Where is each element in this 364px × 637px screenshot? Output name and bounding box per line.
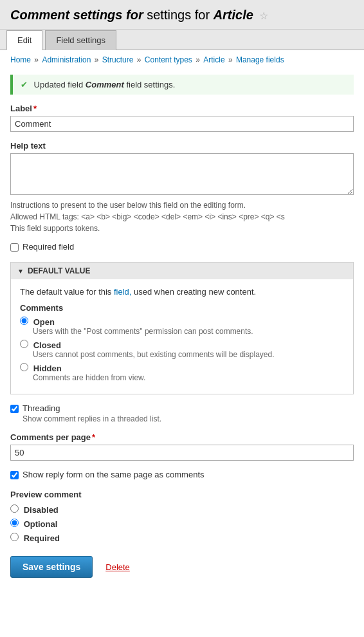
- required-field-checkbox[interactable]: [10, 243, 19, 252]
- help-text-label: Help text: [10, 141, 354, 151]
- preview-comment-label: Preview comment: [10, 490, 354, 499]
- tab-field-settings[interactable]: Field settings: [45, 30, 116, 50]
- form-area: Label* Help text Instructions to present…: [0, 104, 364, 591]
- preview-disabled-label[interactable]: Disabled: [24, 505, 59, 515]
- breadcrumb-home[interactable]: Home: [10, 55, 31, 64]
- show-reply-form-label[interactable]: Show reply form on the same page as comm…: [23, 470, 205, 479]
- label-input[interactable]: [10, 116, 354, 132]
- preview-disabled-input[interactable]: [10, 504, 19, 513]
- threading-row: Threading Show comment replies in a thre…: [10, 403, 354, 423]
- radio-closed-label[interactable]: Closed: [33, 340, 61, 350]
- action-row: Save settings Delete: [10, 556, 354, 578]
- preview-comment-section: Preview comment Disabled Optional Requir…: [10, 490, 354, 543]
- preview-optional-input[interactable]: [10, 519, 19, 527]
- comments-per-page-group: Comments per page*: [10, 432, 354, 461]
- comments-per-page-input[interactable]: [10, 445, 354, 461]
- radio-open-label[interactable]: Open: [33, 317, 55, 327]
- radio-hidden-desc: Comments are hidden from view.: [33, 373, 344, 382]
- radio-hidden-label[interactable]: Hidden: [33, 364, 62, 373]
- default-value-title: DEFAULT VALUE: [28, 266, 91, 275]
- threading-label[interactable]: Threading: [23, 403, 161, 413]
- success-message: ✔ Updated field Comment field settings.: [10, 75, 354, 95]
- breadcrumb-manage-fields[interactable]: Manage fields: [236, 55, 284, 64]
- preview-disabled: Disabled: [10, 504, 354, 515]
- default-value-section: ▼ DEFAULT VALUE The default value for th…: [10, 262, 354, 394]
- star-icon[interactable]: ☆: [259, 10, 268, 21]
- default-value-desc: The default value for this field, used w…: [20, 287, 344, 297]
- page-title: Comment settings for settings for Articl…: [10, 8, 354, 23]
- radio-closed: Closed Users cannot post comments, but e…: [20, 340, 344, 359]
- radio-open-input[interactable]: [20, 317, 28, 325]
- show-reply-form-checkbox[interactable]: [10, 471, 19, 479]
- comments-per-page-label: Comments per page*: [10, 432, 354, 442]
- help-text-field-group: Help text Instructions to present to the…: [10, 141, 354, 234]
- preview-required: Required: [10, 533, 354, 543]
- radio-closed-desc: Users cannot post comments, but existing…: [33, 350, 344, 359]
- help-info: Instructions to present to the user belo…: [10, 199, 354, 234]
- delete-link[interactable]: Delete: [105, 562, 130, 572]
- label-field-group: Label*: [10, 104, 354, 132]
- radio-open: Open Users with the "Post comments" perm…: [20, 317, 344, 336]
- required-field-row: Required field: [10, 242, 354, 252]
- preview-optional-label[interactable]: Optional: [24, 519, 58, 529]
- tabs-bar: Edit Field settings: [0, 30, 364, 50]
- help-text-input[interactable]: [10, 153, 354, 195]
- required-field-label[interactable]: Required field: [23, 242, 74, 252]
- radio-hidden-input[interactable]: [20, 363, 28, 371]
- breadcrumb: Home » Administration » Structure » Cont…: [0, 50, 364, 69]
- breadcrumb-structure[interactable]: Structure: [102, 55, 134, 64]
- breadcrumb-article[interactable]: Article: [203, 55, 224, 64]
- save-button[interactable]: Save settings: [10, 556, 93, 578]
- radio-open-desc: Users with the "Post comments" permissio…: [33, 327, 344, 336]
- comments-group-label: Comments: [20, 303, 344, 313]
- default-value-header[interactable]: ▼ DEFAULT VALUE: [11, 263, 353, 279]
- preview-optional: Optional: [10, 519, 354, 529]
- check-icon: ✔: [21, 80, 28, 89]
- preview-required-label[interactable]: Required: [24, 533, 60, 543]
- preview-required-input[interactable]: [10, 533, 19, 541]
- radio-closed-input[interactable]: [20, 340, 28, 348]
- tab-edit[interactable]: Edit: [6, 30, 42, 50]
- breadcrumb-content-types[interactable]: Content types: [145, 55, 192, 64]
- threading-checkbox[interactable]: [10, 405, 19, 413]
- page-header: Comment settings for settings for Articl…: [0, 0, 364, 30]
- collapse-icon: ▼: [17, 268, 24, 275]
- threading-desc: Show comment replies in a threaded list.: [23, 414, 161, 423]
- default-value-body: The default value for this field, used w…: [11, 279, 353, 394]
- label-field-label: Label*: [10, 104, 354, 113]
- show-reply-form-row: Show reply form on the same page as comm…: [10, 470, 354, 479]
- radio-hidden: Hidden Comments are hidden from view.: [20, 363, 344, 382]
- breadcrumb-administration[interactable]: Administration: [42, 55, 91, 64]
